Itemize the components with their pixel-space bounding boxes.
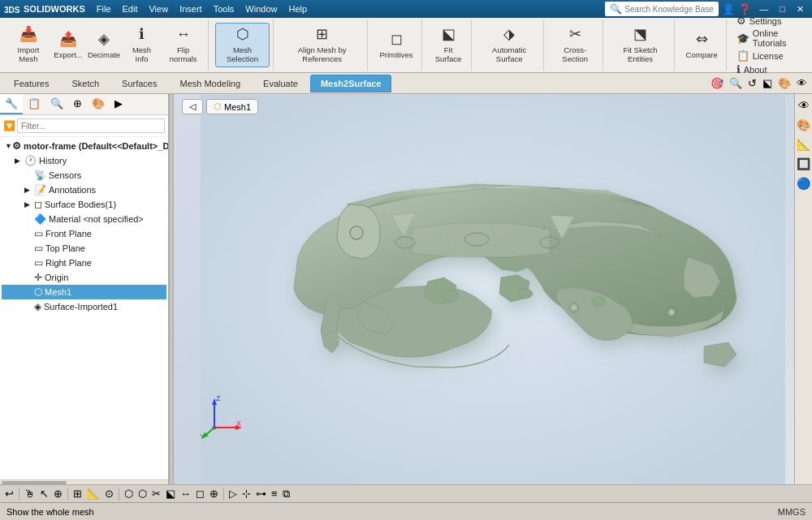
view-icon-display[interactable]: 🔲: [795, 156, 812, 172]
mesh-tool2-icon[interactable]: ⬡: [136, 487, 149, 501]
search-box[interactable]: 🔍: [605, 2, 719, 16]
view-orientation-icon[interactable]: 🎯: [709, 75, 725, 91]
menu-window[interactable]: Window: [240, 2, 282, 15]
panel-tab-display[interactable]: ⊕: [68, 94, 87, 114]
box-icon[interactable]: ◻: [194, 487, 206, 501]
menu-view[interactable]: View: [144, 2, 173, 15]
fit-icon[interactable]: ⬕: [164, 487, 177, 501]
snap-icon[interactable]: ⊹: [240, 487, 253, 501]
dimension-icon[interactable]: ⊶: [254, 487, 268, 501]
import-mesh-button[interactable]: 📥 Import Mesh: [6, 24, 50, 66]
tree-item-history[interactable]: ▶ 🕐 History: [2, 153, 166, 168]
automatic-surface-button[interactable]: ⬗ Automatic Surface: [478, 24, 540, 66]
copy-icon[interactable]: ⧉: [281, 487, 292, 501]
fit-surface-button[interactable]: ⬕ Fit Surface: [429, 24, 469, 66]
toolbar-group-primitives: ◻ Primitives: [371, 19, 421, 71]
compare-button[interactable]: ⇔ Compare: [681, 28, 723, 62]
view-display-icon[interactable]: 🎨: [776, 75, 793, 91]
maximize-button[interactable]: □: [775, 3, 790, 15]
panel-tab-property[interactable]: 📋: [23, 94, 45, 114]
tree-item-sensors[interactable]: 📡 Sensors: [2, 168, 166, 183]
tab-evaluate[interactable]: Evaluate: [253, 75, 309, 92]
tree-item-top-plane[interactable]: ▭ Top Plane: [2, 241, 166, 256]
minimize-button[interactable]: —: [754, 3, 773, 15]
menu-help[interactable]: Help: [283, 2, 312, 15]
mesh-info-button[interactable]: ℹ Mesh Info: [123, 24, 160, 66]
flip-normals-button[interactable]: ↔ Flip normals: [162, 24, 205, 66]
mesh-tool1-icon[interactable]: ⬡: [123, 487, 135, 501]
add2-icon[interactable]: ⊕: [208, 487, 220, 501]
view-rotate-icon[interactable]: ↺: [746, 75, 758, 91]
viewport-3d[interactable]: ◁ ⬡ Mesh1: [174, 94, 812, 484]
panel-tab-config[interactable]: 🔍: [45, 94, 68, 114]
help-icon[interactable]: ❓: [738, 3, 751, 15]
settings-item[interactable]: ⚙ Settings: [736, 15, 802, 27]
mirror-icon[interactable]: ↔: [179, 487, 192, 501]
window-controls: — □ ✕: [754, 3, 809, 15]
view-icon-render[interactable]: 🔵: [795, 175, 812, 191]
arrow-icon[interactable]: ↖: [38, 487, 50, 501]
view-icon-orientation[interactable]: 👁: [797, 97, 811, 114]
view-zoom-icon[interactable]: 🔍: [728, 75, 744, 91]
close-button[interactable]: ✕: [792, 3, 809, 15]
user-icon[interactable]: 👤: [722, 3, 735, 15]
about-item[interactable]: ℹ About: [736, 63, 802, 75]
measure-icon[interactable]: 📐: [85, 487, 102, 501]
export-button[interactable]: 📤 Export...: [52, 28, 84, 62]
surface-bodies-arrow-icon: ▶: [24, 200, 34, 208]
scrollbar-thumb[interactable]: [2, 481, 67, 484]
menu-file[interactable]: File: [92, 2, 116, 15]
panel-scrollbar[interactable]: [0, 479, 168, 484]
menu-edit[interactable]: Edit: [118, 2, 143, 15]
tree-item-surface-bodies[interactable]: ▶ ◻ Surface Bodies(1): [2, 197, 166, 212]
breadcrumb-back[interactable]: ◁: [182, 99, 203, 114]
mesh-selection-button[interactable]: ⬡ Mesh Selection: [215, 23, 270, 67]
tree-item-origin[interactable]: ✛ Origin: [2, 270, 166, 285]
tab-mesh-modeling[interactable]: Mesh Modeling: [169, 75, 251, 92]
view-icon-section[interactable]: 📐: [795, 136, 812, 153]
cross-section-icon: ✂: [569, 26, 581, 44]
undo-icon[interactable]: ↩: [3, 487, 15, 501]
tree-item-material[interactable]: 🔷 Material <not specified>: [2, 212, 166, 226]
tree-item-front-plane[interactable]: ▭ Front Plane: [2, 226, 166, 241]
view-hide-icon[interactable]: 👁: [795, 75, 809, 91]
add-icon[interactable]: ⊕: [52, 487, 64, 501]
cut-icon[interactable]: ✂: [150, 487, 162, 501]
breadcrumb-mesh1[interactable]: ⬡ Mesh1: [206, 99, 258, 114]
view-icon-color[interactable]: 🎨: [795, 117, 812, 133]
primitives-button[interactable]: ◻ Primitives: [374, 28, 417, 62]
export-icon: 📤: [59, 31, 77, 49]
align2-icon[interactable]: ≡: [270, 487, 279, 501]
menu-tools[interactable]: Tools: [209, 2, 240, 15]
tab-surfaces[interactable]: Surfaces: [111, 75, 167, 92]
online-tutorials-item[interactable]: 🎓 Online Tutorials: [736, 28, 802, 48]
more-tools-icon[interactable]: ▷: [227, 487, 239, 501]
tab-features[interactable]: Features: [3, 75, 59, 92]
units-display: MMGS: [778, 507, 806, 517]
decimate-button[interactable]: ◈ Decimate: [86, 28, 122, 62]
toolbar-group-fit: ⬕ Fit Surface: [425, 19, 473, 71]
tree-item-annotations[interactable]: ▶ 📝 Annotations: [2, 183, 166, 197]
fit-sketch-button[interactable]: ⬔ Fit Sketch Entities: [610, 24, 670, 66]
grid-icon[interactable]: ⊞: [71, 487, 84, 501]
view-section-icon[interactable]: ⬕: [761, 75, 774, 91]
align-mesh-button[interactable]: ⊞ Align Mesh by References: [280, 24, 365, 66]
filter-input[interactable]: [17, 118, 165, 133]
tree-item-right-plane[interactable]: ▭ Right Plane: [2, 256, 166, 270]
menu-insert[interactable]: Insert: [175, 2, 207, 15]
tree-item-surface-imported[interactable]: ◈ Surface-Imported1: [2, 299, 166, 314]
tree-root[interactable]: ▼ ⚙ motor-frame (Default<<Default>_D: [2, 139, 166, 153]
cross-section-button[interactable]: ✂ Cross-Section: [551, 24, 599, 66]
panel-tab-appearance[interactable]: 🎨: [87, 94, 110, 114]
license-item[interactable]: 📋 License: [736, 49, 802, 62]
tab-sketch[interactable]: Sketch: [61, 75, 110, 92]
select-icon[interactable]: 🖱: [23, 487, 37, 501]
search-input[interactable]: [624, 5, 714, 14]
panel-tab-custom[interactable]: ▶: [110, 94, 127, 114]
menu-bar: File Edit View Insert Tools Window Help: [92, 2, 606, 15]
toolbar-group-import: 📥 Import Mesh 📤 Export... ◈ Decimate ℹ M…: [3, 19, 209, 71]
tab-mesh2surface[interactable]: Mesh2Surface: [310, 75, 392, 92]
panel-tab-feature[interactable]: 🔧: [0, 94, 23, 114]
tree-item-mesh1[interactable]: ⬡ Mesh1: [2, 285, 166, 299]
circle-tool-icon[interactable]: ⊙: [103, 487, 115, 501]
